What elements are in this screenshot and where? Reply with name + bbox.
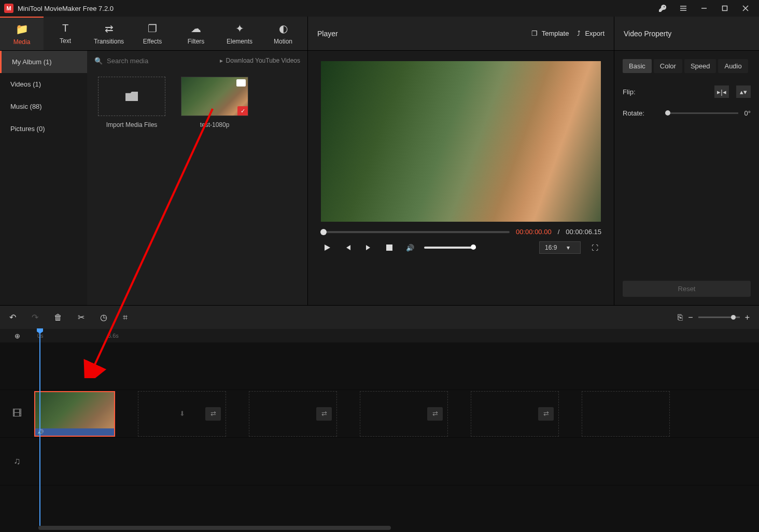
filters-icon: ☁ [191,22,201,35]
search-icon: 🔍 [94,57,103,65]
aspect-ratio-select[interactable]: 16:9▾ [539,241,581,254]
chevron-down-icon: ▾ [567,244,570,251]
timeline-scrollbar[interactable] [38,526,391,530]
tab-transitions[interactable]: ⇄Transitions [87,17,131,50]
tab-filters[interactable]: ☁Filters [174,17,218,50]
license-key-icon[interactable] [653,1,672,16]
flip-horizontal-button[interactable]: ▸|◂ [714,85,729,98]
video-property-header: Video Property [614,17,759,51]
seek-slider[interactable] [320,231,510,233]
audio-track[interactable]: ♫ [0,438,759,485]
redo-button[interactable]: ↷ [32,312,38,322]
fit-zoom-button[interactable]: ⎘ [678,313,683,322]
close-button[interactable] [736,1,755,16]
next-frame-button[interactable] [362,241,375,254]
video-track-icon: 🎞 [0,408,34,419]
template-icon: ❐ [531,30,538,37]
titlebar: M MiniTool MovieMaker Free 7.2.0 [0,0,759,17]
delete-button[interactable]: 🗑 [54,313,62,322]
folder-icon: 📁 [16,23,29,35]
nav-my-album[interactable]: My Album (1) [0,51,87,73]
effects-icon: ❐ [148,22,157,35]
timeline-clip[interactable]: 🔊 [34,391,115,437]
download-youtube-button[interactable]: ▸ Download YouTube Videos [220,57,300,64]
tab-motion[interactable]: ◐Motion [261,17,305,50]
import-media-item[interactable]: Import Media Files [95,77,168,128]
timeline: ↶ ↷ 🗑 ✂ ◷ ⌗ ⎘ − + ⊕ 0s 6.6s 🎞 🔊 ⇄ ⬇ [0,305,759,532]
tab-effects[interactable]: ❐Effects [131,17,174,50]
tab-media[interactable]: 📁Media [0,17,44,50]
folder-icon [125,92,138,101]
empty-slot[interactable] [471,391,559,437]
search-media[interactable]: 🔍 [94,57,216,65]
prop-tab-basic[interactable]: Basic [623,59,652,73]
zoom-out-button[interactable]: − [688,313,693,322]
rotate-value: 0° [744,109,751,117]
zoom-in-button[interactable]: + [745,313,750,322]
split-button[interactable]: ✂ [78,312,85,322]
nav-pictures[interactable]: Pictures (0) [0,118,87,140]
stop-button[interactable] [383,241,396,254]
export-icon: ⤴ [577,30,581,37]
menu-icon[interactable] [674,1,693,16]
timeline-ruler[interactable]: ⊕ 0s 6.6s [0,329,759,342]
nav-videos[interactable]: Videos (1) [0,73,87,95]
search-input[interactable] [107,57,194,65]
volume-icon[interactable]: 🔊 [403,241,417,254]
playhead[interactable] [39,328,40,526]
top-tabs: 📁Media TText ⇄Transitions ❐Effects ☁Filt… [0,17,307,51]
maximize-button[interactable] [715,1,734,16]
app-title: MiniTool MovieMaker Free 7.2.0 [18,5,653,12]
prop-tab-speed[interactable]: Speed [684,59,716,73]
video-track[interactable]: 🎞 🔊 ⇄ ⬇ ⇄ ⇄ ⇄ ⇄ [0,390,759,438]
tab-text[interactable]: TText [44,17,87,50]
speaker-icon: 🔊 [37,429,44,435]
download-slot-icon: ⬇ [179,410,185,418]
crop-button[interactable]: ⌗ [123,313,128,322]
empty-slot[interactable] [582,391,670,437]
fullscreen-button[interactable]: ⛶ [588,241,601,254]
overlay-track[interactable] [0,342,759,390]
flip-vertical-button[interactable]: ▴▾ [736,85,751,98]
time-sep: / [558,228,560,236]
motion-icon: ◐ [279,22,288,35]
add-track-button[interactable]: ⊕ [0,332,34,340]
template-button[interactable]: ❐Template [531,30,569,37]
elements-icon: ✦ [235,22,244,35]
undo-button[interactable]: ↶ [9,312,16,322]
export-button[interactable]: ⤴Export [577,30,605,37]
checkmark-badge-icon: ✓ [237,106,248,116]
transitions-icon: ⇄ [105,22,114,35]
volume-slider[interactable] [424,247,476,249]
reset-button[interactable]: Reset [623,281,751,297]
minimize-button[interactable] [695,1,713,16]
video-badge-icon [236,79,246,87]
text-icon: T [62,22,68,34]
prop-tab-audio[interactable]: Audio [718,59,748,73]
empty-slot[interactable]: ⬇ [138,391,226,437]
flip-label: Flip: [623,88,659,96]
empty-slot[interactable] [249,391,337,437]
prev-frame-button[interactable] [341,241,355,254]
speed-button[interactable]: ◷ [100,312,107,322]
nav-music[interactable]: Music (88) [0,95,87,118]
media-clip-item[interactable]: ✓ test-1080p [178,77,251,128]
time-current: 00:00:00.00 [516,228,552,236]
music-track-icon: ♫ [0,456,34,467]
zoom-slider[interactable] [698,317,740,318]
video-preview[interactable] [321,61,601,222]
rotate-slider[interactable] [665,112,738,114]
svg-rect-1 [386,245,392,251]
empty-slot[interactable] [360,391,448,437]
svg-rect-0 [723,6,727,11]
play-button[interactable] [320,241,334,254]
rotate-label: Rotate: [623,109,659,117]
tab-elements[interactable]: ✦Elements [218,17,261,50]
app-logo-icon: M [4,4,13,13]
prop-tab-color[interactable]: Color [654,59,682,73]
album-nav: My Album (1) Videos (1) Music (88) Pictu… [0,51,87,305]
time-total: 00:00:06.15 [566,228,601,236]
player-header-title: Player [317,30,523,38]
youtube-icon: ▸ [220,57,223,64]
